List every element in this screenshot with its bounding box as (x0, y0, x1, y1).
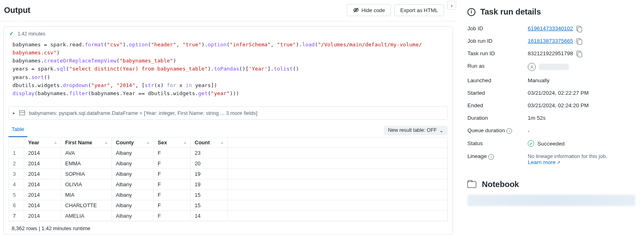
info-icon: i (467, 8, 475, 16)
tab-table-label: Table (12, 126, 24, 132)
svg-point-2 (531, 65, 533, 67)
export-html-button[interactable]: Export as HTML (394, 4, 444, 16)
copy-icon[interactable] (576, 26, 582, 31)
cell-rownum: 4 (9, 179, 24, 189)
sort-icon[interactable]: ▲ (104, 140, 108, 145)
cell-sex: F (154, 168, 191, 179)
sort-icon[interactable]: ▲ (183, 140, 187, 145)
success-icon: ✓ (528, 140, 534, 147)
result-toggle-label: New result table: OFF (388, 127, 437, 133)
export-html-label: Export as HTML (400, 7, 438, 13)
label-job-run-id: Job run ID (467, 38, 528, 44)
check-icon: ✓ (9, 31, 14, 37)
schema-summary[interactable]: ▸ babynames: pyspark.sql.dataframe.DataF… (8, 106, 448, 120)
cell-county: Albany (112, 189, 154, 200)
notebook-heading: Notebook (482, 180, 519, 189)
table-row[interactable]: 32014SOPHIAAlbanyF19 (9, 168, 448, 179)
job-run-id-link[interactable]: 161813873375665 (528, 38, 573, 44)
col-first-name[interactable]: First Name▲ (61, 137, 112, 148)
cell-sex: F (154, 200, 191, 210)
cell-year: 2014 (24, 179, 61, 189)
status-value: Succeeded (537, 141, 565, 147)
cell-year: 2014 (24, 210, 61, 221)
expand-icon[interactable]: ▸ (13, 110, 15, 116)
job-id-link[interactable]: 619614733340102 (528, 25, 573, 31)
cell-first-name: OLIVIA (61, 179, 112, 189)
chevron-right-icon: › (451, 2, 453, 8)
table-row[interactable]: 12014AVAAlbanyF23 (9, 148, 448, 158)
label-run-as: Run as (467, 63, 528, 71)
cell-year: 2014 (24, 158, 61, 168)
copy-icon[interactable] (576, 51, 582, 56)
queue-value: - (528, 127, 635, 134)
cell-county: Albany (112, 200, 154, 210)
col-sex[interactable]: Sex▲ (154, 137, 191, 148)
cell-rownum: 3 (9, 168, 24, 179)
notebook-redacted (467, 195, 635, 206)
cell-count: 19 (191, 168, 228, 179)
col-county[interactable]: County▲ (112, 137, 154, 148)
tab-table[interactable]: Table (8, 124, 27, 137)
cell-sex: F (154, 189, 191, 200)
table-row[interactable]: 52014MIAAlbanyF15 (9, 189, 448, 200)
label-lineage: Lineagei (467, 153, 528, 165)
launched-value: Manually (528, 77, 635, 83)
col-rownum[interactable] (9, 137, 24, 148)
results-table: Year▲ First Name▲ County▲ Sex▲ Count▲ 12… (8, 137, 448, 221)
lineage-text: No lineage information for this job. (528, 153, 635, 159)
task-run-panel: i Task run details Job ID 61961473334010… (462, 0, 644, 235)
label-launched: Launched (467, 77, 528, 83)
cell-county: Albany (112, 210, 154, 221)
cell-rownum: 1 (9, 148, 24, 158)
cell-first-name: SOPHIA (61, 168, 112, 179)
table-row[interactable]: 72014AMELIAAlbanyF14 (9, 210, 448, 221)
cell-year: 2014 (24, 189, 61, 200)
cell-duration: 1.42 minutes (18, 31, 45, 37)
hide-code-label: Hide code (362, 7, 385, 13)
eye-off-icon (353, 7, 359, 13)
cell-county: Albany (112, 158, 154, 168)
cell-count: 19 (191, 179, 228, 189)
learn-more-link[interactable]: Learn more (528, 159, 560, 165)
code-block: babynames = spark.read.format("csv").opt… (4, 39, 453, 103)
table-row[interactable]: 62014CHARLOTTEAlbanyF15 (9, 200, 448, 210)
col-count[interactable]: Count▲ (191, 137, 228, 148)
label-ended: Ended (467, 102, 528, 108)
hide-code-button[interactable]: Hide code (347, 4, 391, 16)
run-as-redacted (539, 64, 569, 70)
copy-icon[interactable] (576, 38, 582, 44)
cell-year: 2014 (24, 148, 61, 158)
col-year[interactable]: Year▲ (24, 137, 61, 148)
cell-first-name: MIA (61, 189, 112, 200)
output-title: Output (4, 6, 31, 15)
table-row[interactable]: 42014OLIVIAAlbanyF19 (9, 179, 448, 189)
sort-icon[interactable]: ▲ (220, 140, 224, 145)
chevron-down-icon: ⌄ (439, 127, 444, 133)
label-queue-duration: Queue durationi (467, 127, 528, 134)
sort-icon[interactable]: ▲ (146, 140, 150, 145)
cell-count: 20 (191, 158, 228, 168)
cell-rownum: 5 (9, 189, 24, 200)
info-mini-icon[interactable]: i (506, 128, 512, 134)
cell-first-name: EMMA (61, 158, 112, 168)
label-job-id: Job ID (467, 25, 528, 31)
folder-icon (467, 181, 476, 188)
scroll-right-button[interactable]: › (447, 1, 456, 10)
result-table-toggle[interactable]: New result table: OFF ⌄ (384, 126, 448, 135)
cell-county: Albany (112, 148, 154, 158)
task-run-id-value: 832121922951798 (528, 50, 573, 56)
cell-count: 23 (191, 148, 228, 158)
table-row[interactable]: 22014EMMAAlbanyF20 (9, 158, 448, 168)
cell-status: ✓ 1.42 minutes (4, 27, 453, 39)
cell-first-name: CHARLOTTE (61, 200, 112, 210)
cell-rownum: 7 (9, 210, 24, 221)
cell-rownum: 2 (9, 158, 24, 168)
schema-text: babynames: pyspark.sql.dataframe.DataFra… (29, 110, 257, 116)
cell-rownum: 6 (9, 200, 24, 210)
cell-first-name: AVA (61, 148, 112, 158)
label-started: Started (467, 90, 528, 96)
sort-icon[interactable]: ▲ (53, 140, 58, 145)
output-header: Output Hide code Export as HTML › (0, 0, 456, 21)
info-mini-icon[interactable]: i (488, 154, 494, 160)
ended-value: 03/21/2024, 02:24:20 PM (528, 102, 635, 108)
